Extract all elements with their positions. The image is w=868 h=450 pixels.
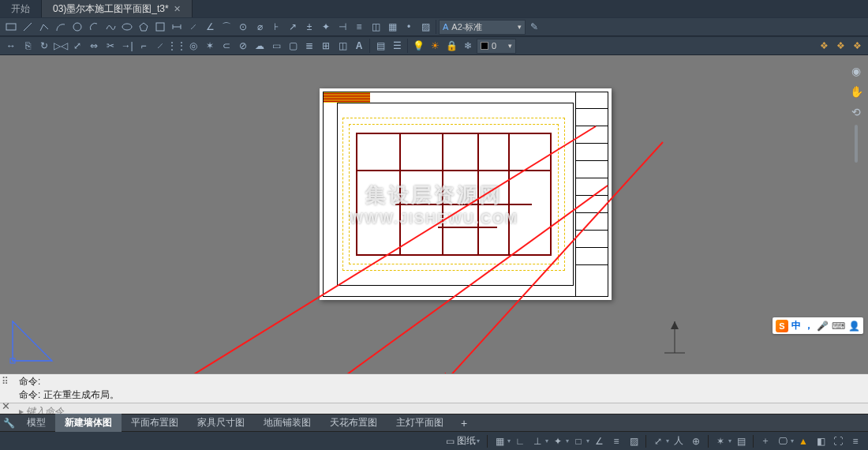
close-icon[interactable]: ✕ — [174, 4, 181, 14]
dim-angular-icon[interactable]: ∠ — [202, 19, 218, 35]
hatch-icon[interactable]: ▨ — [417, 19, 433, 35]
lock-icon[interactable]: 🔒 — [443, 38, 459, 54]
trim-icon[interactable]: ✂ — [103, 38, 118, 54]
layeriso2-icon[interactable]: ❖ — [832, 38, 848, 54]
annoauto-icon[interactable]: ⊕ — [688, 433, 704, 449]
workspace-icon[interactable]: ✶ — [713, 433, 728, 449]
match-layer-icon[interactable]: ✎ — [526, 19, 542, 35]
monitor-icon[interactable]: 🖵 — [775, 433, 791, 449]
block-icon[interactable]: ◫ — [335, 38, 350, 54]
freeze-icon[interactable]: ❄ — [460, 38, 476, 54]
lineweight-icon[interactable]: ≡ — [608, 433, 624, 449]
leader-icon[interactable]: ↗ — [285, 19, 301, 35]
layout-tab-ceiling[interactable]: 天花布置图 — [320, 414, 387, 432]
ime-keyboard-icon[interactable]: ⌨ — [832, 321, 845, 332]
layout-tab-lighting[interactable]: 主灯平面图 — [387, 414, 453, 432]
dim-arc-icon[interactable]: ⌒ — [219, 19, 234, 35]
layout-tab-add[interactable]: + — [453, 414, 475, 432]
circle-icon[interactable] — [69, 19, 85, 35]
copy-icon[interactable]: ⎘ — [20, 38, 36, 54]
polar-icon[interactable]: ✦ — [550, 433, 566, 449]
annoscale-icon[interactable]: ⤢ — [650, 433, 666, 449]
isolate-icon[interactable]: ◧ — [813, 433, 829, 449]
align-icon[interactable]: ≣ — [301, 38, 317, 54]
nav-bar[interactable] — [855, 125, 858, 163]
ellipse-icon[interactable] — [119, 19, 135, 35]
cmd-close-icon[interactable]: ✕ — [2, 400, 10, 412]
break-icon[interactable]: ⊘ — [235, 38, 251, 54]
table-icon[interactable]: ▦ — [384, 19, 400, 35]
revcloud-icon[interactable]: ☁ — [252, 38, 268, 54]
pan-icon[interactable]: ✋ — [848, 84, 864, 99]
sun-icon[interactable]: ☀ — [427, 38, 443, 54]
extend-icon[interactable]: →| — [119, 38, 135, 54]
orbit-icon[interactable]: ⟲ — [848, 104, 864, 120]
layout-tab-model[interactable]: 模型 — [17, 414, 55, 432]
ime-bar[interactable]: S 中 ， 🎤 ⌨ 👤 — [773, 317, 863, 334]
chamfer-icon[interactable]: ⟋ — [152, 38, 168, 54]
ortho-icon[interactable]: ⊥ — [529, 433, 545, 449]
arc-icon[interactable] — [53, 19, 69, 35]
insert-icon[interactable]: ⊞ — [318, 38, 334, 54]
drawing-canvas[interactable]: 集设层资源网 WWW.JISHEWU.COM ◉ ✋ ⟲ S 中 ， 🎤 ⌨ 👤 — [0, 55, 868, 373]
dim-aligned-icon[interactable]: ⟋ — [185, 19, 201, 35]
snap-icon[interactable]: ∟ — [512, 433, 528, 449]
tolerance-icon[interactable]: ± — [301, 19, 317, 35]
cloud-icon[interactable]: ▲ — [795, 433, 811, 449]
ime-punct[interactable]: ， — [804, 319, 814, 332]
light-icon[interactable]: 💡 — [410, 38, 426, 54]
explode-icon[interactable]: ✶ — [202, 38, 218, 54]
tab-start[interactable]: 开始 — [0, 0, 42, 17]
dim-break-icon[interactable]: ⊣ — [335, 19, 350, 35]
rectangle-icon[interactable] — [3, 19, 19, 35]
dim-radius-icon[interactable]: ⊙ — [235, 19, 251, 35]
ime-person-icon[interactable]: 👤 — [848, 321, 860, 332]
clean-icon[interactable]: ⛶ — [830, 433, 846, 449]
rotate-icon[interactable]: ↻ — [36, 38, 52, 54]
point-icon[interactable]: • — [401, 19, 417, 35]
stretch-icon[interactable]: ⇔ — [86, 38, 102, 54]
offset-icon[interactable]: ◎ — [185, 38, 201, 54]
line-icon[interactable] — [20, 19, 36, 35]
mtext-icon[interactable]: A — [351, 38, 367, 54]
ime-mic-icon[interactable]: 🎤 — [817, 321, 829, 332]
dim-linear-icon[interactable] — [169, 19, 185, 35]
region-icon[interactable]: ▭ — [268, 38, 284, 54]
draw1-icon[interactable]: ◫ — [368, 19, 383, 35]
move-icon[interactable]: ↔ — [3, 38, 19, 54]
properties-icon[interactable]: ▤ — [372, 38, 388, 54]
quickprops-icon[interactable]: ▤ — [733, 433, 749, 449]
fillet-icon[interactable]: ⌐ — [136, 38, 152, 54]
customize-icon[interactable]: ≡ — [847, 433, 863, 449]
tab-file[interactable]: 03)墨尔本施工图平面图_t3* ✕ — [42, 0, 193, 17]
annovisibility-icon[interactable]: 人 — [671, 433, 687, 449]
plus-icon[interactable]: ＋ — [758, 433, 773, 449]
color-combo[interactable]: 0 ▾ — [477, 39, 516, 54]
array-icon[interactable]: ⋮⋮ — [169, 38, 185, 54]
scale-icon[interactable]: ⤢ — [69, 38, 85, 54]
rect2-icon[interactable] — [152, 19, 168, 35]
spline-icon[interactable] — [103, 19, 118, 35]
layout-tab-plan[interactable]: 平面布置图 — [122, 414, 188, 432]
grid-icon[interactable]: ▦ — [492, 433, 507, 449]
polyline-icon[interactable] — [36, 19, 52, 35]
layeriso1-icon[interactable]: ❖ — [816, 38, 832, 54]
arc2-icon[interactable] — [86, 19, 102, 35]
osnap-icon[interactable]: □ — [571, 433, 586, 449]
transparency-icon[interactable]: ▨ — [626, 433, 642, 449]
wrench-icon[interactable]: 🔧 — [3, 418, 15, 429]
wipeout-icon[interactable]: ▢ — [285, 38, 301, 54]
layer-states-icon[interactable]: ☰ — [389, 38, 405, 54]
layeriso3-icon[interactable]: ❖ — [849, 38, 865, 54]
paperspace-toggle[interactable]: ▭ 图纸 ▾ — [443, 434, 483, 448]
otrack-icon[interactable]: ∠ — [591, 433, 607, 449]
layout-tab-floor[interactable]: 地面铺装图 — [254, 414, 320, 432]
nav-wheel-icon[interactable]: ◉ — [848, 63, 864, 79]
ime-zh[interactable]: 中 — [791, 319, 801, 332]
cmd-grip-icon[interactable]: ⠿ — [2, 376, 9, 387]
layout-tab-furniture[interactable]: 家具尺寸图 — [188, 414, 254, 432]
polygon-icon[interactable] — [136, 19, 152, 35]
join-icon[interactable]: ⊂ — [219, 38, 234, 54]
mirror-icon[interactable]: ▷◁ — [53, 38, 69, 54]
dim-diameter-icon[interactable]: ⌀ — [252, 19, 268, 35]
